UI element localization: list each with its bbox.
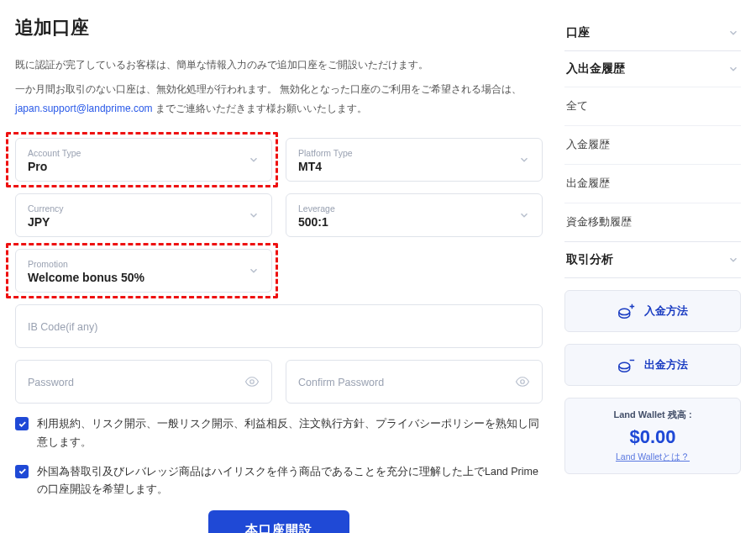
sidebar-item-all[interactable]: 全て [564, 87, 741, 125]
leverage-label: Leverage [298, 204, 530, 214]
deposit-method-label: 入金方法 [644, 303, 688, 319]
consent-1-checkbox[interactable] [15, 417, 29, 430]
password-input[interactable]: Password [15, 360, 272, 404]
sidebar-account-header[interactable]: 口座 [564, 15, 741, 50]
promotion-value: Welcome bonus 50% [28, 271, 260, 284]
currency-label: Currency [28, 204, 260, 214]
wallet-info-link[interactable]: Land Walletとは？ [616, 451, 690, 463]
wallet-balance-box: Land Wallet 残高 : $0.00 Land Walletとは？ [564, 398, 741, 474]
ib-code-placeholder: IB Code(if any) [28, 321, 530, 333]
sidebar-analysis-header[interactable]: 取引分析 [564, 242, 741, 277]
password-placeholder: Password [28, 377, 260, 388]
account-type-select[interactable]: Account Type Pro [15, 138, 272, 182]
support-email-link[interactable]: japan.support@landprime.com [15, 103, 153, 114]
account-type-label: Account Type [28, 149, 260, 158]
deposit-method-button[interactable]: 入金方法 [564, 290, 741, 332]
consent-2-text: 外国為替取引及びレバレッジ商品はハイリスクを伴う商品であることを充分に理解した上… [37, 463, 543, 499]
sidebar-analysis-label: 取引分析 [566, 252, 613, 267]
confirm-password-placeholder: Confirm Password [298, 377, 530, 388]
money-out-icon [617, 356, 636, 374]
sidebar-history-header[interactable]: 入出金履歴 [564, 51, 741, 87]
platform-type-select[interactable]: Platform Type MT4 [286, 138, 543, 182]
svg-point-1 [521, 380, 525, 384]
promotion-select[interactable]: Promotion Welcome bonus 50% [15, 249, 272, 293]
currency-select[interactable]: Currency JPY [15, 193, 272, 237]
sidebar-item-withdraw[interactable]: 出金履歴 [564, 164, 741, 203]
eye-icon[interactable] [244, 374, 260, 389]
confirm-password-input[interactable]: Confirm Password [286, 360, 543, 404]
wallet-amount: $0.00 [575, 426, 730, 448]
wallet-label: Land Wallet 残高 : [575, 409, 730, 421]
account-type-value: Pro [28, 160, 260, 173]
consent-2-checkbox[interactable] [15, 465, 29, 478]
description-line-2: 一か月間お取引のない口座は、無効化処理が行われます。 無効化となった口座のご利用… [15, 80, 543, 119]
withdraw-method-button[interactable]: 出金方法 [564, 344, 741, 386]
sidebar-account-label: 口座 [566, 25, 590, 40]
chevron-down-icon [727, 27, 739, 39]
description-line-1: 既に認証が完了しているお客様は、簡単な情報入力のみで追加口座をご開設いただけます… [15, 55, 543, 75]
svg-point-3 [619, 362, 630, 368]
promotion-label: Promotion [28, 260, 260, 269]
leverage-value: 500:1 [298, 215, 530, 229]
chevron-down-icon [727, 63, 739, 75]
sidebar-history-label: 入出金履歴 [566, 61, 625, 77]
eye-icon[interactable] [515, 374, 530, 389]
submit-button[interactable]: 本口座開設 [208, 510, 349, 533]
withdraw-method-label: 出金方法 [644, 357, 688, 372]
sidebar-item-transfer[interactable]: 資金移動履歴 [564, 203, 741, 241]
svg-point-2 [619, 309, 630, 314]
consent-1-text: 利用規約、リスク開示、一般リスク開示、利益相反、注文執行方針、プライバシーポリシ… [37, 415, 543, 451]
platform-type-value: MT4 [298, 160, 530, 173]
desc-text-a: 一か月間お取引のない口座は、無効化処理が行われます。 無効化となった口座のご利用… [15, 83, 522, 95]
desc-text-b: までご連絡いただきます様お願いいたします。 [153, 103, 367, 114]
platform-type-label: Platform Type [298, 149, 530, 158]
currency-value: JPY [28, 215, 260, 229]
chevron-down-icon [727, 254, 739, 266]
leverage-select[interactable]: Leverage 500:1 [286, 193, 543, 237]
svg-point-0 [250, 380, 255, 384]
page-title: 追加口座 [15, 15, 543, 40]
ib-code-input[interactable]: IB Code(if any) [15, 304, 543, 348]
money-in-icon [617, 302, 636, 320]
sidebar-item-deposit[interactable]: 入金履歴 [564, 125, 741, 164]
